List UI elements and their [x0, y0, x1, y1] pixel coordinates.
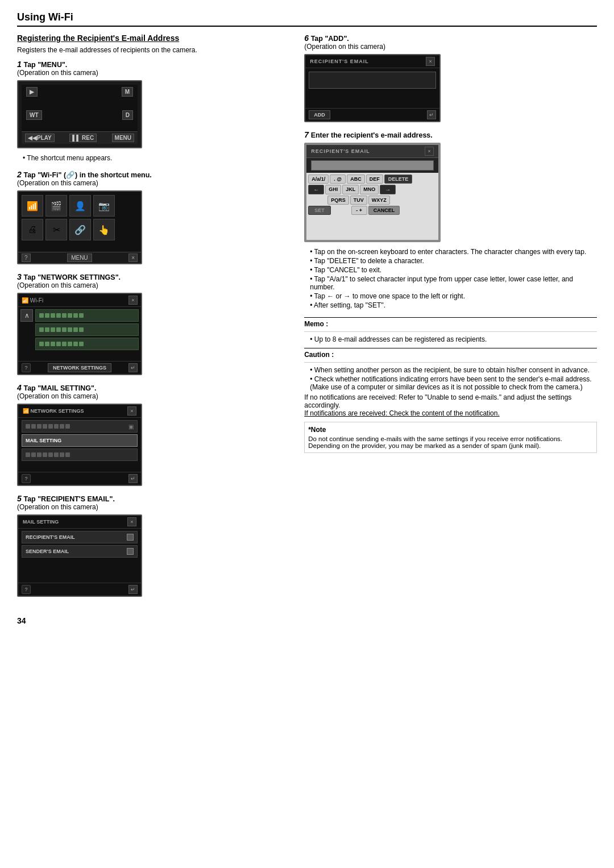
key-def[interactable]: DEF — [366, 175, 383, 184]
wifi-grid-icons: 📶 🎬 👤 📷 🖨 ✂ 🔗 👆 — [18, 192, 141, 252]
dot — [73, 327, 78, 332]
mail-header-text: MAIL SETTING — [23, 519, 59, 525]
wifi-icon-7: 🔗 — [69, 219, 91, 240]
net-help-icon[interactable]: ? — [22, 474, 31, 483]
step-4-sub: (Operation on this camera) — [17, 392, 287, 400]
mail-back-icon[interactable]: ↵ — [128, 585, 138, 594]
wifi-grid-inner: 📶 🎬 👤 📷 🖨 ✂ 🔗 👆 ? MENU × — [18, 192, 141, 263]
net-item-icon-1: ▣ — [128, 423, 134, 430]
step-1: 1 Tap "MENU". (Operation on this camera)… — [17, 60, 287, 162]
step-5-number: 5 — [17, 494, 22, 503]
recipient-check — [127, 534, 134, 541]
caution-title: Caution : — [304, 351, 597, 359]
keyboard-close-icon[interactable]: × — [425, 147, 434, 156]
left-column: Registering the Recipient's E-mail Addre… — [17, 34, 287, 605]
net-dot — [31, 452, 36, 457]
net-dot — [48, 424, 53, 429]
close-x-btn[interactable]: × — [128, 254, 138, 262]
right-column: 6 Tap "ADD". (Operation on this camera) … — [304, 34, 597, 605]
step-3-sub: (Operation on this camera) — [17, 281, 287, 289]
step-7-instruction: Enter the recipient's e-mail address. — [311, 131, 433, 139]
page-container: Using Wi-Fi Registering the Recipient's … — [0, 0, 614, 637]
key-row-3: PQRS TUV WXYZ — [308, 196, 437, 205]
key-dot-at[interactable]: . @ — [330, 175, 346, 184]
wifi-list-footer: ? NETWORK SETTINGS ↵ — [18, 361, 141, 374]
rec-btn[interactable]: ▌▌ REC — [69, 134, 97, 142]
net-list: ▣ MAIL SETTING — [18, 418, 141, 472]
menu-bottom-bar: ◀◀PLAY ▌▌ REC MENU — [22, 131, 138, 144]
keyboard-input-field[interactable] — [311, 160, 434, 171]
wifi-icon-5: 🖨 — [22, 219, 43, 240]
net-dot — [43, 424, 47, 429]
net-dot — [43, 452, 47, 457]
key-delete[interactable]: DELETE — [384, 175, 413, 184]
back-icon-sm[interactable]: ↵ — [128, 363, 138, 372]
key-mno[interactable]: MNO — [360, 185, 379, 194]
play-btn[interactable]: ◀◀PLAY — [25, 134, 55, 142]
recipient-close-icon[interactable]: × — [426, 57, 435, 66]
net-list-item-1: ▣ — [22, 420, 138, 433]
net-header: 📶 NETWORK SETTINGS × — [18, 405, 141, 418]
dot — [39, 342, 44, 346]
key-set[interactable]: SET — [308, 206, 331, 215]
dot — [51, 313, 55, 318]
key-abc[interactable]: ABC — [347, 175, 365, 184]
section-desc: Registers the e-mail addresses of recipi… — [17, 46, 287, 54]
dot — [62, 327, 67, 332]
net-dot — [37, 424, 42, 429]
key-tuv[interactable]: TUV — [350, 196, 367, 205]
help-btn[interactable]: ? — [22, 254, 31, 262]
mail-close-icon[interactable]: × — [127, 517, 136, 526]
network-settings-btn[interactable]: NETWORK SETTINGS — [48, 363, 111, 372]
memo-title: Memo : — [304, 320, 597, 328]
key-minus-plus[interactable]: - + — [351, 206, 367, 215]
key-cancel[interactable]: CANCEL — [368, 206, 400, 215]
caution-box: Caution : When setting another person as… — [304, 348, 597, 417]
net-footer: ? ↵ — [18, 472, 141, 485]
keyboard-header-text: RECIPIENT'S EMAIL — [311, 148, 370, 154]
step-7: 7 Enter the recipient's e-mail address. … — [304, 130, 597, 309]
wifi-icon-4: 📷 — [93, 195, 115, 217]
page-header: Using Wi-Fi — [17, 11, 597, 27]
key-a-a-1[interactable]: A/a/1/ — [308, 175, 329, 184]
key-row-1: A/a/1/ . @ ABC DEF DELETE — [308, 175, 437, 184]
memo-divider — [304, 331, 597, 332]
menu-icon-wt: WT — [26, 110, 42, 120]
wifi-icon-6: ✂ — [45, 219, 67, 240]
add-button[interactable]: ADD — [309, 110, 330, 119]
recipient-back-icon[interactable]: ↵ — [427, 110, 436, 119]
step-6: 6 Tap "ADD". (Operation on this camera) … — [304, 34, 597, 122]
mail-help-icon[interactable]: ? — [22, 585, 31, 594]
net-dot — [26, 424, 30, 429]
wifi-list-items — [35, 309, 139, 359]
keyboard-keys: A/a/1/ . @ ABC DEF DELETE ← GHI JKL MNO — [306, 173, 438, 240]
key-pqrs[interactable]: PQRS — [327, 196, 349, 205]
help-icon-sm[interactable]: ? — [22, 363, 31, 372]
wifi-close-icon[interactable]: × — [128, 296, 138, 305]
step-6-instruction: Tap "ADD". — [311, 35, 349, 43]
caution-divider — [304, 362, 597, 363]
item-dots-1 — [39, 313, 84, 318]
key-row-2: ← GHI JKL MNO → — [308, 185, 437, 194]
mail-list: RECIPIENT'S EMAIL SENDER'S EMAIL — [18, 529, 141, 583]
wifi-nav-up[interactable]: ∧ — [20, 309, 33, 322]
menu-btn-sm[interactable]: MENU — [67, 254, 92, 262]
menu-btn[interactable]: MENU — [112, 134, 134, 142]
key-wxyz[interactable]: WXYZ — [368, 196, 390, 205]
net-dot — [26, 452, 30, 457]
wifi-icon-3: 👤 — [69, 195, 91, 217]
keyboard-header: RECIPIENT'S EMAIL × — [306, 145, 438, 158]
net-item-dots-3 — [26, 452, 70, 457]
key-left-arrow[interactable]: ← — [308, 185, 324, 194]
item-dots-3 — [39, 342, 84, 346]
key-right-arrow[interactable]: → — [380, 185, 396, 194]
dot — [56, 313, 61, 318]
net-back-icon[interactable]: ↵ — [128, 474, 138, 483]
net-close-icon[interactable]: × — [127, 406, 136, 416]
step-2-number: 2 — [17, 170, 22, 179]
step-3-number: 3 — [17, 272, 22, 281]
key-ghi[interactable]: GHI — [325, 185, 341, 194]
key-jkl[interactable]: JKL — [342, 185, 359, 194]
net-item-dots-1 — [26, 424, 70, 429]
keyboard-input-row — [306, 158, 438, 173]
